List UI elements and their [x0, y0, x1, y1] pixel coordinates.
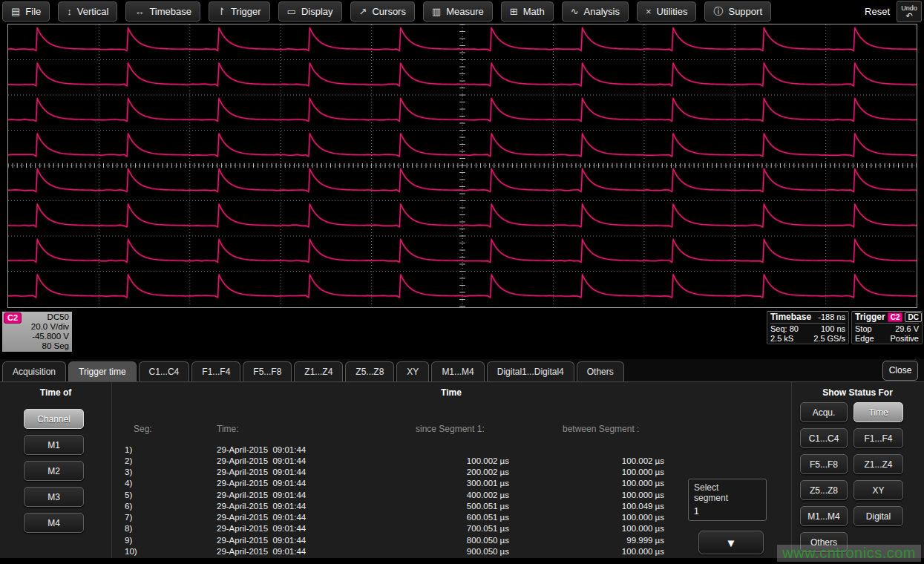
select-segment-value: 1: [694, 506, 761, 517]
cell-since: 800.050 µs: [361, 536, 509, 545]
time-of-m1-button[interactable]: M1: [24, 435, 84, 455]
cell-seg: 4): [125, 479, 132, 488]
menu-support-button[interactable]: ⓘSupport: [704, 1, 771, 22]
channel-c2-descriptor[interactable]: C2 DC50 20.0 V/div -45.800 V 80 Seg: [2, 312, 72, 352]
show-status-title: Show Status For: [791, 387, 924, 398]
timebase-descriptor[interactable]: Timebase -188 ns Seq: 80 100 ns 2.5 kS 2…: [767, 311, 849, 344]
tab-digital1-digital4[interactable]: Digital1...Digital4: [487, 361, 574, 381]
status-tab-bar: AcquisitionTrigger timeC1...C4F1...F4F5.…: [0, 359, 924, 381]
menu-cursors-label: Cursors: [372, 6, 406, 17]
menu-timebase-button[interactable]: ↔Timebase: [125, 1, 200, 22]
status-m1-m4-button[interactable]: M1...M4: [800, 506, 848, 526]
cell-time: 29-April-2015 09:01:44: [217, 479, 306, 488]
menu-analysis-label: Analysis: [584, 6, 620, 17]
col-header-time: Time:: [217, 424, 239, 434]
menu-utilities-button[interactable]: ×Utilities: [637, 1, 697, 22]
cell-time: 29-April-2015 09:01:44: [217, 468, 306, 476]
tab-xy[interactable]: XY: [396, 361, 429, 381]
time-of-m4-button[interactable]: M4: [24, 513, 84, 533]
cell-between: 100.000 µs: [516, 491, 664, 499]
menu-support-label: Support: [728, 6, 762, 17]
cell-since: 400.002 µs: [361, 491, 509, 499]
menu-measure-button[interactable]: ▥Measure: [423, 1, 493, 22]
col-header-seg: Seg:: [134, 424, 152, 434]
display-icon: ▭: [287, 6, 296, 17]
cell-seg: 3): [125, 468, 132, 476]
cell-seg: 5): [125, 491, 132, 499]
menu-vertical-button[interactable]: ↕Vertical: [58, 1, 117, 22]
tab-others[interactable]: Others: [577, 361, 624, 381]
channel-c2-badge: C2: [4, 312, 22, 324]
trigger-mode: Stop: [855, 324, 872, 334]
time-of-channel-button[interactable]: Channel: [24, 409, 84, 429]
time-of-m2-button[interactable]: M2: [24, 461, 84, 481]
cell-time: 29-April-2015 09:01:44: [217, 536, 306, 545]
table-row: 2)29-April-2015 09:01:44100.002 µs100.00…: [111, 456, 791, 468]
menu-cursors-button[interactable]: ↗Cursors: [350, 1, 415, 22]
tab-m1-m4[interactable]: M1...M4: [431, 361, 484, 381]
tab-c1-c4[interactable]: C1...C4: [139, 361, 190, 381]
trigger-coupling-badge: DC: [905, 312, 921, 322]
cell-between: 100.000 µs: [516, 513, 664, 522]
time-of-m3-button[interactable]: M3: [24, 487, 84, 507]
timebase-delay: -188 ns: [818, 312, 845, 322]
time-of-title: Time of: [0, 387, 111, 398]
segment-down-button[interactable]: ▼: [698, 531, 764, 554]
trigger-descriptor[interactable]: Trigger C2DC Stop 29.6 V Edge Positive: [851, 311, 923, 344]
menu-math-button[interactable]: ⊞Math: [501, 1, 554, 22]
status-f5-f8-button[interactable]: F5...F8: [800, 454, 848, 474]
tab-f5-f8[interactable]: F5...F8: [243, 361, 292, 381]
select-segment-box[interactable]: Select segment 1: [688, 479, 767, 521]
menu-file-button[interactable]: ▤File: [2, 1, 50, 22]
menu-file-label: File: [25, 6, 41, 17]
menu-display-label: Display: [301, 6, 333, 17]
status-z5-z8-button[interactable]: Z5...Z8: [800, 480, 848, 500]
tab-acquisition[interactable]: Acquisition: [2, 361, 66, 381]
tab-trigger-time[interactable]: Trigger time: [68, 361, 137, 381]
cell-seg: 9): [125, 536, 132, 545]
menu-trigger-button[interactable]: ↾Trigger: [209, 1, 270, 22]
cell-seg: 1): [125, 445, 132, 454]
undo-button[interactable]: Undo ↶: [897, 1, 922, 22]
status-c1-c4-button[interactable]: C1...C4: [800, 428, 848, 448]
cell-between: 100.000 µs: [516, 524, 664, 533]
trigger-type: Edge: [855, 334, 874, 344]
measure-icon: ▥: [432, 6, 441, 17]
waveform-grid[interactable]: [7, 24, 917, 308]
chevron-down-icon: ▼: [726, 537, 737, 549]
timebase-samples: 2.5 kS: [770, 334, 793, 344]
channel-offset: -45.800 V: [5, 332, 69, 341]
menu-display-button[interactable]: ▭Display: [278, 1, 342, 22]
timebase-title: Timebase: [770, 312, 811, 322]
trigger-title: Trigger: [855, 312, 885, 322]
reset-button[interactable]: Reset: [865, 6, 890, 17]
cell-seg: 8): [125, 524, 132, 533]
status-xy-button[interactable]: XY: [853, 480, 903, 500]
cell-time: 29-April-2015 09:01:44: [217, 456, 306, 465]
tab-z5-z8[interactable]: Z5...Z8: [345, 361, 394, 381]
trigger-source-badge: C2: [888, 312, 903, 322]
status-z1-z4-button[interactable]: Z1...Z4: [853, 454, 903, 474]
status-acqu--button[interactable]: Acqu.: [800, 402, 848, 422]
menu-analysis-button[interactable]: ∿Analysis: [562, 1, 629, 22]
tab-z1-z4[interactable]: Z1...Z4: [294, 361, 343, 381]
status-time-button[interactable]: Time: [853, 402, 903, 422]
close-button[interactable]: Close: [882, 361, 918, 381]
cell-seg: 6): [125, 502, 132, 511]
cell-time: 29-April-2015 09:01:44: [217, 502, 306, 511]
tab-f1-f4[interactable]: F1...F4: [191, 361, 240, 381]
status-f1-f4-button[interactable]: F1...F4: [853, 428, 903, 448]
cell-since: 100.002 µs: [361, 456, 509, 465]
col-header-since: since Segment 1:: [416, 424, 485, 434]
utilities-icon: ×: [646, 6, 652, 17]
col-header-between: between Segment :: [563, 424, 639, 434]
cell-time: 29-April-2015 09:01:44: [217, 547, 306, 556]
table-row: 3)29-April-2015 09:01:44200.002 µs100.00…: [111, 468, 791, 479]
cell-since: 700.051 µs: [361, 524, 509, 533]
trigger-time-panel: Time of ChannelM1M2M3M4 Time Seg: Time: …: [0, 381, 924, 564]
trigger-badges: C2DC: [885, 312, 922, 322]
timebase-rate: 2.5 GS/s: [813, 334, 845, 344]
menu-right-group: Reset Undo ↶: [865, 0, 922, 23]
cell-between: 99.999 µs: [516, 536, 664, 545]
status-digital-button[interactable]: Digital: [853, 506, 903, 526]
